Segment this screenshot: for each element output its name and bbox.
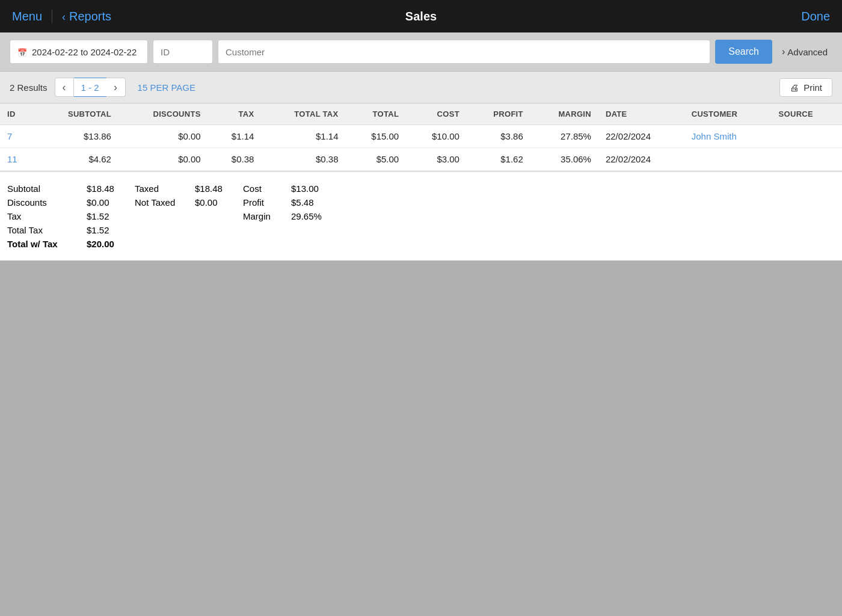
profit-value: $5.48: [284, 196, 329, 209]
row-discounts: $0.00: [118, 125, 208, 148]
summary-row-total-w-tax: Total w/ Tax $20.00: [7, 237, 329, 251]
col-total: TOTAL: [346, 103, 407, 125]
col-source: SOURCE: [772, 103, 842, 125]
subtotal-value: $18.48: [79, 182, 128, 196]
row-profit: $3.86: [467, 125, 530, 148]
row-total-tax: $1.14: [261, 125, 345, 148]
menu-button[interactable]: Menu: [12, 10, 52, 23]
taxed-label: Taxed: [128, 182, 188, 196]
discounts-label: Discounts: [7, 196, 79, 209]
total-w-tax-value: $20.00: [79, 237, 128, 251]
total-tax-value: $1.52: [79, 223, 128, 237]
row-cost: $10.00: [406, 125, 467, 148]
row-date: 22/02/2024: [598, 125, 684, 148]
row-source: [772, 125, 842, 148]
chevron-back-icon: [62, 10, 66, 23]
row-tax: $0.38: [208, 148, 262, 171]
summary-row-discounts: Discounts $0.00 Not Taxed $0.00 Profit $…: [7, 196, 329, 209]
col-customer: CUSTOMER: [684, 103, 772, 125]
advanced-button[interactable]: Advanced: [777, 44, 832, 60]
id-input[interactable]: [153, 40, 213, 64]
row-cost: $3.00: [406, 148, 467, 171]
calendar-icon: [17, 47, 27, 57]
table-row: 11$4.62$0.00$0.38$0.38$5.00$3.00$1.6235.…: [0, 148, 842, 171]
not-taxed-value: $0.00: [188, 196, 236, 209]
row-subtotal: $13.86: [35, 125, 118, 148]
advanced-label: Advanced: [787, 47, 828, 57]
reports-button[interactable]: Reports: [52, 10, 111, 23]
profit-label: Profit: [236, 196, 284, 209]
prev-page-button[interactable]: [55, 78, 74, 97]
row-tax: $1.14: [208, 125, 262, 148]
summary-table: Subtotal $18.48 Taxed $18.48 Cost $13.00…: [7, 182, 329, 251]
cost-label: Cost: [236, 182, 284, 196]
col-discounts: DISCOUNTS: [118, 103, 208, 125]
cost-value: $13.00: [284, 182, 329, 196]
not-taxed-label: Not Taxed: [128, 196, 188, 209]
chevron-left-icon: [63, 81, 66, 94]
row-total: $15.00: [346, 125, 407, 148]
col-cost: COST: [406, 103, 467, 125]
page-current: 1 - 2: [74, 78, 106, 97]
top-bar-left: Menu Reports: [12, 10, 111, 23]
next-page-button[interactable]: [106, 78, 126, 97]
row-margin: 27.85%: [530, 125, 598, 148]
subtotal-label: Subtotal: [7, 182, 79, 196]
row-id[interactable]: 7: [0, 125, 35, 148]
table-header-row: ID SUBTOTAL DISCOUNTS TAX TOTAL TAX TOTA…: [0, 103, 842, 125]
reports-label: Reports: [69, 10, 111, 23]
total-tax-label: Total Tax: [7, 223, 79, 237]
col-date: DATE: [598, 103, 684, 125]
row-date: 22/02/2024: [598, 148, 684, 171]
row-total-tax: $0.38: [261, 148, 345, 171]
customer-input[interactable]: [218, 40, 710, 64]
summary-row-total-tax: Total Tax $1.52: [7, 223, 329, 237]
top-bar: Menu Reports Sales Done: [0, 0, 842, 32]
row-customer: [684, 148, 772, 171]
print-icon: [790, 82, 799, 93]
col-tax: TAX: [208, 103, 262, 125]
chevron-right-icon: [114, 81, 117, 94]
row-id[interactable]: 11: [0, 148, 35, 171]
date-range-value: 2024-02-22 to 2024-02-22: [32, 47, 137, 57]
row-source: [772, 148, 842, 171]
row-customer[interactable]: John Smith: [684, 125, 772, 148]
page-title: Sales: [405, 10, 437, 23]
summary-row-tax: Tax $1.52 Margin 29.65%: [7, 209, 329, 223]
pagination: 1 - 2: [55, 78, 126, 97]
discounts-value: $0.00: [79, 196, 128, 209]
taxed-value: $18.48: [188, 182, 236, 196]
summary-row-subtotal: Subtotal $18.48 Taxed $18.48 Cost $13.00: [7, 182, 329, 196]
col-id: ID: [0, 103, 35, 125]
print-button[interactable]: Print: [779, 78, 832, 97]
row-profit: $1.62: [467, 148, 530, 171]
sales-table: ID SUBTOTAL DISCOUNTS TAX TOTAL TAX TOTA…: [0, 103, 842, 171]
content-area: ID SUBTOTAL DISCOUNTS TAX TOTAL TAX TOTA…: [0, 103, 842, 260]
col-margin: MARGIN: [530, 103, 598, 125]
arrow-right-icon: [782, 46, 785, 57]
results-bar: 2 Results 1 - 2 15 PER PAGE Print: [0, 72, 842, 103]
row-discounts: $0.00: [118, 148, 208, 171]
summary-section: Subtotal $18.48 Taxed $18.48 Cost $13.00…: [0, 171, 842, 260]
search-button[interactable]: Search: [715, 40, 772, 64]
total-w-tax-label: Total w/ Tax: [7, 237, 79, 251]
row-total: $5.00: [346, 148, 407, 171]
table-row: 7$13.86$0.00$1.14$1.14$15.00$10.00$3.862…: [0, 125, 842, 148]
margin-label: Margin: [236, 209, 284, 223]
row-margin: 35.06%: [530, 148, 598, 171]
per-page-selector[interactable]: 15 PER PAGE: [138, 82, 195, 93]
done-button[interactable]: Done: [801, 10, 830, 23]
col-profit: PROFIT: [467, 103, 530, 125]
date-range-input[interactable]: 2024-02-22 to 2024-02-22: [10, 40, 148, 64]
results-count: 2 Results: [10, 82, 48, 93]
col-subtotal: SUBTOTAL: [35, 103, 118, 125]
col-total-tax: TOTAL TAX: [261, 103, 345, 125]
print-label: Print: [804, 82, 822, 93]
tax-value: $1.52: [79, 209, 128, 223]
tax-label: Tax: [7, 209, 79, 223]
row-subtotal: $4.62: [35, 148, 118, 171]
margin-value: 29.65%: [284, 209, 329, 223]
search-bar: 2024-02-22 to 2024-02-22 Search Advanced: [0, 32, 842, 72]
